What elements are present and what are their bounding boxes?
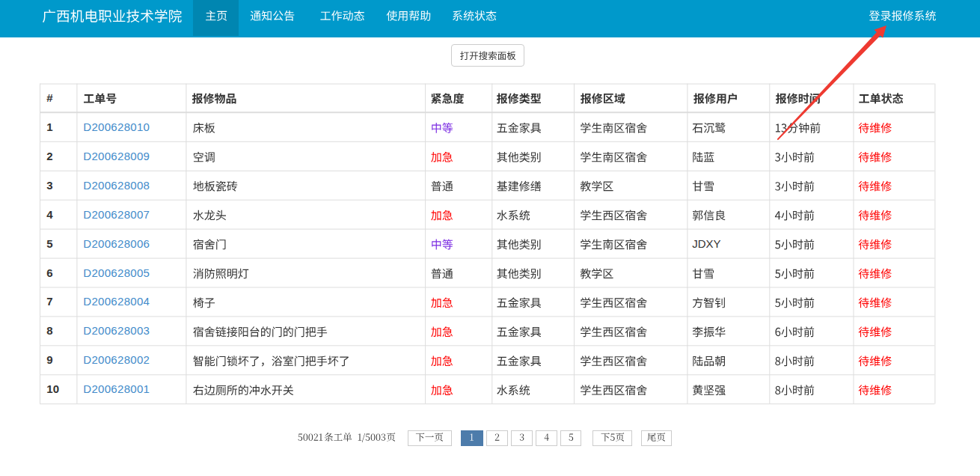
svg-text:5: 5 xyxy=(46,237,52,250)
svg-text:10: 10 xyxy=(46,382,59,395)
svg-text:D200628003: D200628003 xyxy=(83,324,150,337)
svg-text:3: 3 xyxy=(46,179,52,192)
svg-text:#: # xyxy=(46,91,53,104)
svg-text:2: 2 xyxy=(46,150,52,162)
svg-text:4: 4 xyxy=(46,208,53,221)
svg-text:D200628004: D200628004 xyxy=(83,295,150,308)
svg-text:D200628009: D200628009 xyxy=(83,150,150,162)
svg-text:D200628008: D200628008 xyxy=(83,179,150,192)
svg-text:D200628005: D200628005 xyxy=(83,266,150,279)
svg-text:D200628002: D200628002 xyxy=(83,353,150,366)
svg-text:D200628006: D200628006 xyxy=(83,237,150,250)
svg-text:D200628007: D200628007 xyxy=(83,208,150,221)
svg-text:D200628001: D200628001 xyxy=(83,382,150,395)
svg-text:7: 7 xyxy=(46,295,52,308)
svg-text:9: 9 xyxy=(46,353,52,366)
svg-text:6: 6 xyxy=(46,266,52,279)
svg-text:D200628010: D200628010 xyxy=(83,120,150,133)
svg-text:8: 8 xyxy=(46,324,52,337)
svg-text:1: 1 xyxy=(46,120,52,133)
svg-text:JDXY: JDXY xyxy=(692,237,720,250)
